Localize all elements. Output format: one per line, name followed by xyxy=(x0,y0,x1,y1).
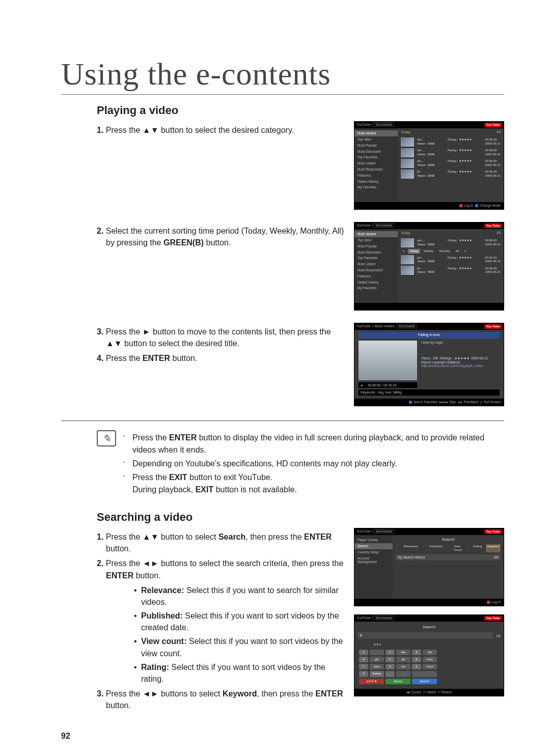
search-step-2: 2. Press the ◄► buttons to select the se… xyxy=(97,557,345,581)
notes-block: ✎ Press the ENTER button to display the … xyxy=(97,430,504,497)
play-step-4: 4. Press the ENTER button. xyxy=(97,352,345,364)
youtube-logo: You Tube xyxy=(484,123,502,127)
youtube-search-mock: YouTube / Worldwide You Tube Player Libr… xyxy=(354,528,504,606)
play-step-3: 3. Press the ► button to move to the con… xyxy=(97,326,345,349)
search-step-3: 3. Press the ◄► buttons to select Keywor… xyxy=(97,688,345,711)
section-playing-video: Playing a video xyxy=(97,104,504,117)
section-searching-video: Searching a video xyxy=(97,511,504,524)
note-item: Press the EXIT button to exit YouTube. D… xyxy=(123,471,504,496)
step-number: 2. xyxy=(97,227,103,235)
note-item: Depending on Youtube's specifications, H… xyxy=(123,458,504,470)
step-text: button. xyxy=(170,354,197,362)
youtube-list-mock-1: YouTube / Worldwide You Tube Most viewed… xyxy=(354,121,504,210)
step-text: button. xyxy=(204,238,231,247)
step-number: 3. xyxy=(97,327,103,336)
step-text: Press the xyxy=(106,354,143,362)
green-b-label: GREEN(B) xyxy=(163,238,204,247)
note-item: Press the ENTER button to display the vi… xyxy=(123,432,504,456)
youtube-detail-mock: YouTube > Most viewed Worldwide You Tube… xyxy=(354,323,504,406)
divider xyxy=(61,421,504,421)
step-text: Press the ► button to move to the conten… xyxy=(106,327,331,348)
enter-label: ENTER xyxy=(143,354,170,362)
play-step-2: 2. Select the current sorting time perio… xyxy=(97,225,345,248)
search-criteria-list: Relevance: Select this if you want to se… xyxy=(114,584,345,685)
chapter-title: Using the e-contents xyxy=(61,56,504,95)
search-step-1: 1. Press the ▲▼ button to select Search,… xyxy=(97,531,345,554)
note-icon: ✎ xyxy=(97,430,116,446)
step-text: Press the ▲▼ button to select the desire… xyxy=(106,126,294,134)
step-number: 1. xyxy=(97,126,103,134)
play-step-1: 1. Press the ▲▼ button to select the des… xyxy=(97,124,345,136)
youtube-list-mock-2: YouTube / Worldwide You Tube Most viewed… xyxy=(354,222,504,311)
youtube-keyboard-mock: YouTube / Worldwide You Tube Search a 1/… xyxy=(354,614,504,696)
page-number: 92 xyxy=(61,732,70,741)
step-number: 4. xyxy=(97,354,103,362)
